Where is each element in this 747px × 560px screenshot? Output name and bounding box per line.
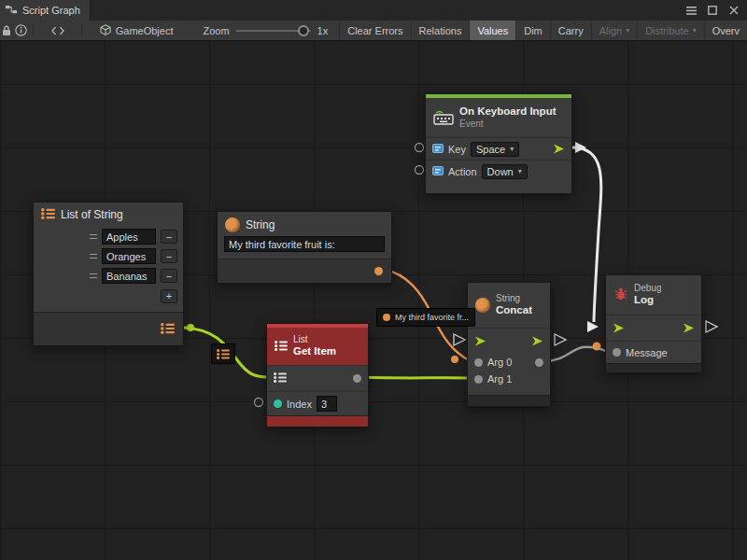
node-footer	[468, 395, 550, 406]
zoom-control: Zoom 1x	[203, 21, 328, 41]
relations-button[interactable]: Relations	[411, 21, 470, 41]
node-get-item[interactable]: List Get Item Index 3	[266, 323, 369, 427]
action-dropdown[interactable]: Down	[482, 164, 528, 179]
align-button[interactable]: Align	[591, 21, 637, 41]
list-input-port[interactable]	[274, 372, 287, 385]
node-subtitle: Event	[459, 119, 557, 130]
carry-button[interactable]: Carry	[550, 21, 591, 41]
remove-item-button[interactable]: −	[161, 249, 177, 263]
tab-title: Script Graph	[22, 5, 80, 16]
message-label: Message	[626, 347, 668, 358]
string-output-port[interactable]	[374, 267, 383, 275]
overview-button[interactable]: Overv	[704, 21, 747, 41]
toolbar-buttons: Clear Errors Relations Values Dim Carry …	[339, 21, 747, 41]
node-footer	[267, 415, 368, 427]
info-icon[interactable]	[14, 21, 28, 41]
values-button[interactable]: Values	[469, 21, 515, 41]
node-string-literal[interactable]: String My third favorite fruit is:	[217, 211, 392, 284]
message-input-port[interactable]	[613, 348, 621, 357]
zoom-slider[interactable]	[236, 21, 311, 41]
list-output-section	[34, 312, 183, 345]
bug-icon	[613, 287, 628, 303]
flow-out-arrow[interactable]	[531, 336, 543, 346]
list-item-row: Bananas −	[34, 266, 183, 286]
node-title: Log	[634, 294, 661, 307]
node-list-of-string[interactable]: List of String Apples − Oranges − Banana…	[33, 202, 184, 346]
list-item-field[interactable]: Oranges	[102, 248, 156, 264]
keycode-icon	[432, 166, 444, 177]
node-category: String	[496, 293, 532, 304]
lock-icon[interactable]	[0, 21, 14, 41]
node-category: Debug	[634, 283, 661, 294]
node-title: On Keyboard Input	[459, 105, 557, 119]
list-item-field[interactable]: Bananas	[102, 268, 156, 284]
arg0-input-port[interactable]	[474, 358, 483, 367]
arg1-label: Arg 1	[487, 373, 512, 385]
value-bubble-list	[211, 343, 235, 364]
dim-button[interactable]: Dim	[515, 21, 550, 41]
drag-handle-icon[interactable]	[90, 273, 97, 278]
zoom-label: Zoom	[203, 25, 229, 36]
node-title: List of String	[61, 208, 123, 221]
gameobject-selector[interactable]: GameObject	[94, 21, 179, 41]
node-bottom-padding	[426, 182, 571, 193]
string-output-section	[218, 259, 391, 283]
index-input-port[interactable]	[274, 399, 282, 408]
string-value-dot	[383, 314, 390, 321]
code-icon[interactable]	[50, 21, 64, 41]
node-concat[interactable]: String Concat Arg 0 Arg 1	[467, 282, 551, 407]
value-tooltip: My third favorite fr...	[376, 308, 475, 327]
distribute-button[interactable]: Distribute	[637, 21, 703, 41]
maximize-icon[interactable]	[706, 4, 719, 17]
toolbar-separator	[81, 24, 82, 36]
zoom-slider-knob[interactable]	[298, 25, 309, 36]
arg1-input-port[interactable]	[474, 375, 483, 384]
gameobject-label: GameObject	[116, 25, 174, 36]
tab-menu-icon[interactable]	[684, 4, 698, 17]
flow-out-arrow[interactable]	[683, 323, 695, 333]
zoom-value: 1x	[317, 25, 329, 36]
action-port-label: Action	[448, 166, 477, 177]
index-value-field[interactable]: 3	[317, 396, 337, 412]
flow-in-arrow[interactable]	[613, 323, 625, 333]
add-item-button[interactable]: +	[161, 289, 177, 303]
clear-errors-button[interactable]: Clear Errors	[339, 21, 410, 41]
drag-handle-icon[interactable]	[90, 254, 97, 259]
flow-in-arrow[interactable]	[474, 336, 486, 346]
list-output-port[interactable]	[161, 323, 175, 336]
remove-item-button[interactable]: −	[161, 230, 177, 244]
string-type-icon	[475, 298, 490, 313]
node-debug-log[interactable]: Debug Log Message	[605, 274, 702, 373]
keyboard-icon	[433, 109, 454, 127]
node-category: List	[293, 334, 336, 345]
keycode-icon	[432, 144, 444, 155]
flow-out-arrow[interactable]	[553, 144, 565, 154]
drag-handle-icon[interactable]	[90, 234, 97, 239]
list-type-icon	[217, 349, 230, 359]
gameobject-icon	[100, 24, 111, 37]
remove-item-button[interactable]: −	[161, 269, 177, 283]
window-controls	[684, 4, 747, 17]
item-output-port[interactable]	[353, 374, 361, 383]
node-title: Get Item	[293, 345, 336, 358]
graph-icon	[6, 4, 17, 17]
close-icon[interactable]	[727, 4, 740, 17]
key-dropdown[interactable]: Space	[471, 142, 519, 157]
node-footer	[606, 363, 701, 372]
add-item-row: +	[34, 286, 183, 306]
toolbar-separator	[33, 24, 34, 36]
list-item-field[interactable]: Apples	[102, 229, 156, 245]
node-title: String	[246, 218, 275, 231]
result-output-port[interactable]	[535, 358, 543, 367]
window-titlebar: Script Graph	[0, 0, 747, 21]
tab-script-graph[interactable]: Script Graph	[0, 0, 91, 21]
list-item-row: Oranges −	[34, 246, 183, 266]
list-type-icon	[275, 341, 288, 353]
arg0-label: Arg 0	[487, 357, 512, 368]
list-type-icon	[41, 208, 55, 221]
graph-toolbar: GameObject Zoom 1x Clear Errors Relation…	[0, 21, 747, 41]
string-value-field[interactable]: My third favorite fruit is:	[224, 236, 385, 252]
node-bottom-padding	[468, 387, 550, 395]
node-title: Concat	[496, 304, 532, 317]
node-on-keyboard-input[interactable]: On Keyboard Input Event Key Space Action…	[425, 93, 572, 194]
